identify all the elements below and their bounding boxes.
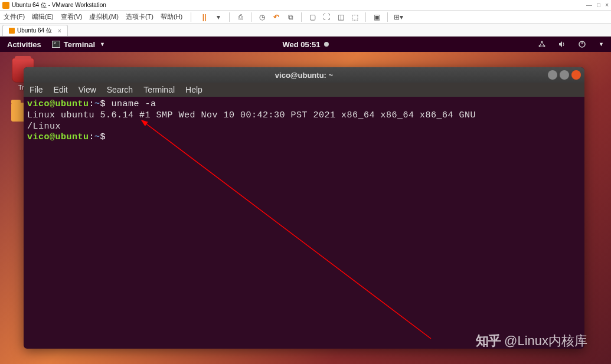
prompt-symbol: $ [100,99,106,109]
terminal-window-controls [548,70,581,80]
vmware-window-controls: — □ × [586,2,609,8]
terminal-menubar: File Edit View Search Terminal Help [24,83,584,97]
devices-icon[interactable]: ⊞▾ [394,12,403,22]
terminal-content[interactable]: vico@ubuntu:~$ uname -a Linux ubuntu 5.6… [24,97,584,146]
svg-line-3 [540,42,542,46]
vm-tab-icon [9,28,15,34]
vmware-toolbar: || ▾ ⎙ ◷ ↶ ⧉ ▢ ⛶ ◫ ⬚ ▣ ⊞▾ [200,12,403,22]
terminal-icon [52,41,60,48]
stretch-icon[interactable]: ⬚ [350,12,360,22]
fullscreen-icon[interactable]: ⛶ [322,12,331,22]
terminal-minimize-button[interactable] [548,70,557,80]
vmware-minimize-button[interactable]: — [586,2,592,8]
vmware-title: Ubuntu 64 位 - VMware Workstation [12,1,106,9]
svg-line-4 [542,42,544,46]
terminal-close-button[interactable] [571,70,581,80]
prompt-userhost: vico@ubuntu [27,132,89,142]
console-icon[interactable]: ▣ [372,12,381,22]
toolbar-separator [365,12,366,22]
vm-tab-close-button[interactable]: × [58,28,61,34]
ubuntu-top-panel: Activities Terminal ▼ Wed 05:51 ▼ [0,37,611,52]
unity-icon[interactable]: ◫ [336,12,345,22]
terminal-output-2: /Linux [27,122,581,133]
vmware-menu-view[interactable]: 查看(V) [61,12,83,21]
pause-icon[interactable]: || [200,12,209,22]
prompt-sep: : [89,132,95,142]
terminal-titlebar[interactable]: vico@ubuntu: ~ [24,67,584,83]
vmware-menu-edit[interactable]: 编辑(E) [32,12,54,21]
vmware-logo-icon [2,2,9,9]
dropdown-icon[interactable]: ▾ [214,12,223,22]
terminal-output-1: Linux ubuntu 5.6.14 #1 SMP Wed Nov 10 00… [27,110,581,122]
screen-icon[interactable]: ▢ [308,12,317,22]
vm-tab-label: Ubuntu 64 位 [17,27,52,35]
terminal-menu-terminal[interactable]: Terminal [143,85,175,94]
prompt-path: ~ [94,99,100,109]
panel-status-area: ▼ [537,40,604,49]
snapshot-icon[interactable]: ⎙ [236,12,245,22]
vmware-titlebar: Ubuntu 64 位 - VMware Workstation — □ × [0,0,611,11]
toolbar-separator [387,12,388,22]
prompt-path: ~ [94,132,100,142]
panel-app-name: Terminal [64,40,95,49]
manage-icon[interactable]: ⧉ [286,12,295,22]
command-1: uname -a [112,99,156,109]
vmware-menu-vm[interactable]: 虚拟机(M) [89,12,119,21]
activities-button[interactable]: Activities [7,40,41,49]
vmware-menubar: 文件(F) 编辑(E) 查看(V) 虚拟机(M) 选项卡(T) 帮助(H) ||… [0,11,611,24]
ubuntu-desktop: Activities Terminal ▼ Wed 05:51 ▼ [0,37,611,364]
vmware-menu-tabs[interactable]: 选项卡(T) [126,12,153,21]
prompt-symbol: $ [100,132,106,142]
toolbar-separator [191,12,191,22]
terminal-line-1: vico@ubuntu:~$ uname -a [27,99,581,110]
power-dropdown-icon[interactable]: ▼ [599,41,604,47]
vmware-close-button[interactable]: × [605,2,609,8]
volume-icon[interactable] [557,40,567,49]
terminal-title: vico@ubuntu: ~ [275,71,333,80]
terminal-line-prompt: vico@ubuntu:~$ [27,132,581,143]
watermark: 知乎 @Linux内核库 [476,332,587,350]
vmware-menu-file[interactable]: 文件(F) [4,12,25,21]
network-icon[interactable] [537,40,547,49]
power-icon[interactable] [577,40,587,49]
watermark-text: @Linux内核库 [504,332,587,350]
toolbar-separator [301,12,302,22]
panel-left: Activities Terminal ▼ [7,40,105,49]
panel-app-menu[interactable]: Terminal ▼ [52,40,105,49]
toolbar-separator [251,12,251,22]
terminal-menu-file[interactable]: File [30,85,43,94]
vmware-menu-help[interactable]: 帮助(H) [161,12,182,21]
vm-tabbar: Ubuntu 64 位 × [0,24,611,37]
panel-clock[interactable]: Wed 05:51 [282,40,328,49]
prompt-sep: : [89,99,95,109]
terminal-maximize-button[interactable] [560,70,569,80]
clock-icon[interactable]: ◷ [257,12,267,22]
terminal-menu-help[interactable]: Help [185,85,202,94]
prompt-userhost: vico@ubuntu [27,99,89,109]
zhihu-logo: 知乎 [476,332,501,350]
toolbar-separator [229,12,230,22]
terminal-window: vico@ubuntu: ~ File Edit View Search Ter… [24,67,584,349]
terminal-menu-view[interactable]: View [79,85,96,94]
revert-icon[interactable]: ↶ [272,12,281,22]
app-dropdown-icon: ▼ [100,41,105,47]
terminal-menu-edit[interactable]: Edit [54,85,68,94]
terminal-menu-search[interactable]: Search [107,85,133,94]
vm-tab-active[interactable]: Ubuntu 64 位 × [2,25,68,36]
notification-dot-icon [324,42,329,47]
vmware-maximize-button[interactable]: □ [597,2,600,8]
clock-text: Wed 05:51 [282,40,320,49]
